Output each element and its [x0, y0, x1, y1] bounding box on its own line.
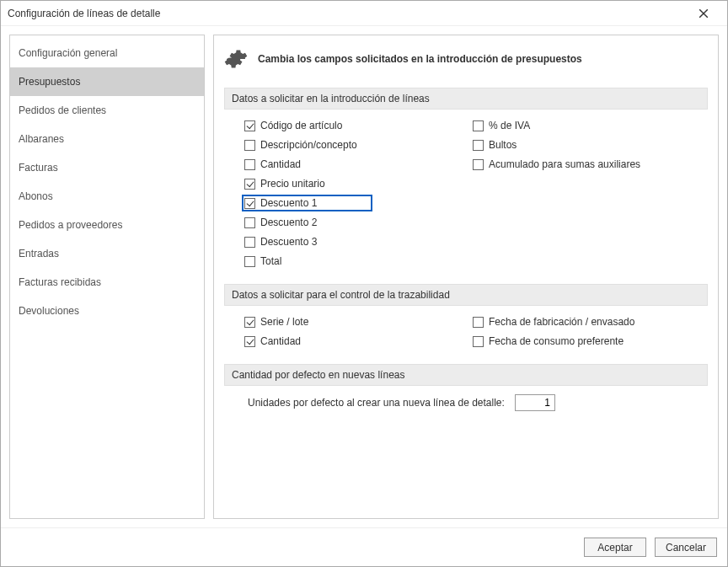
- checkbox-row: Descuento 3: [244, 234, 473, 249]
- sidebar-item[interactable]: Presupuestos: [10, 67, 204, 96]
- checkbox-row: Código de artículo: [244, 118, 473, 133]
- checkbox[interactable]: [244, 237, 255, 248]
- checkbox-label: Cantidad: [260, 158, 301, 170]
- checkbox[interactable]: [473, 336, 484, 347]
- checkbox-label: Precio unitario: [260, 178, 325, 190]
- checkbox-row: % de IVA: [473, 118, 701, 133]
- checkbox-row: Serie / lote: [244, 314, 473, 329]
- section1-header: Datos a solicitar en la introducción de …: [224, 88, 708, 110]
- checkbox-label: Fecha de consumo preferente: [489, 335, 624, 347]
- checkbox-label: Acumulado para sumas auxiliares: [489, 158, 640, 170]
- sidebar-item[interactable]: Pedidos de clientes: [10, 96, 204, 125]
- checkbox-row: Descripción/concepto: [244, 137, 473, 152]
- checkbox-label: Descuento 2: [260, 217, 317, 228]
- sidebar-item[interactable]: Facturas recibidas: [10, 268, 204, 297]
- checkbox-label: Fecha de fabricación / envasado: [489, 316, 634, 328]
- checkbox[interactable]: [244, 317, 255, 328]
- titlebar: Configuración de líneas de detalle: [1, 1, 727, 26]
- checkbox-label: Descuento 3: [260, 236, 317, 248]
- checkbox-row: Total: [244, 254, 473, 269]
- main-header: Cambia los campos solicitados en la intr…: [224, 47, 708, 83]
- checkbox-label: Descuento 1: [260, 197, 317, 209]
- sidebar-item[interactable]: Configuración general: [10, 39, 204, 67]
- close-icon: [699, 8, 709, 19]
- checkbox-label: % de IVA: [489, 120, 530, 131]
- checkbox[interactable]: [244, 179, 255, 190]
- checkbox-label: Cantidad: [260, 335, 301, 347]
- sidebar-item[interactable]: Albaranes: [10, 125, 204, 153]
- default-units-input[interactable]: [515, 394, 555, 411]
- checkbox-row: Cantidad: [244, 334, 473, 349]
- checkbox[interactable]: [244, 256, 255, 267]
- section2-header: Datos a solicitar para el control de la …: [224, 284, 708, 306]
- checkbox-row: Fecha de consumo preferente: [473, 334, 701, 349]
- body: Configuración generalPresupuestosPedidos…: [1, 26, 727, 527]
- footer: Aceptar Cancelar: [1, 527, 727, 566]
- checkbox[interactable]: [244, 217, 255, 228]
- sidebar-item[interactable]: Abonos: [10, 182, 204, 211]
- checkbox[interactable]: [473, 120, 484, 131]
- sidebar-item[interactable]: Facturas: [10, 153, 204, 182]
- accept-button[interactable]: Aceptar: [584, 538, 646, 557]
- checkbox[interactable]: [244, 336, 255, 347]
- cancel-button[interactable]: Cancelar: [655, 538, 717, 557]
- checkbox-label: Total: [260, 255, 281, 267]
- checkbox-label: Descripción/concepto: [260, 139, 357, 151]
- main-header-text: Cambia los campos solicitados en la intr…: [258, 53, 582, 65]
- checkbox-row: Descuento 2: [244, 215, 473, 230]
- checkbox[interactable]: [244, 198, 255, 209]
- checkbox-label: Código de artículo: [260, 120, 342, 131]
- sidebar-item[interactable]: Pedidos a proveedores: [10, 211, 204, 239]
- main-panel: Cambia los campos solicitados en la intr…: [213, 35, 719, 519]
- checkbox[interactable]: [244, 140, 255, 151]
- checkbox[interactable]: [473, 159, 484, 170]
- checkbox-label: Bultos: [489, 139, 517, 151]
- checkbox[interactable]: [244, 120, 255, 131]
- window: Configuración de líneas de detalle Confi…: [0, 0, 728, 567]
- checkbox-row: Cantidad: [244, 157, 473, 172]
- gear-icon: [224, 47, 248, 71]
- section1-body: Código de artículoDescripción/conceptoCa…: [224, 110, 708, 279]
- checkbox-label: Serie / lote: [260, 316, 308, 328]
- sidebar: Configuración generalPresupuestosPedidos…: [9, 35, 205, 519]
- checkbox[interactable]: [244, 159, 255, 170]
- section2-body: Serie / loteCantidad Fecha de fabricació…: [224, 306, 708, 359]
- section3-header: Cantidad por defecto en nuevas líneas: [224, 364, 708, 386]
- checkbox[interactable]: [473, 317, 484, 328]
- close-button[interactable]: [687, 1, 720, 26]
- checkbox-row: Bultos: [473, 137, 701, 152]
- checkbox[interactable]: [473, 140, 484, 151]
- default-units-label: Unidades por defecto al crear una nueva …: [248, 397, 505, 409]
- checkbox-row: Descuento 1: [244, 195, 473, 211]
- checkbox-row: Precio unitario: [244, 176, 473, 191]
- checkbox-row: Fecha de fabricación / envasado: [473, 314, 701, 329]
- sidebar-item[interactable]: Devoluciones: [10, 297, 204, 325]
- checkbox-row: Acumulado para sumas auxiliares: [473, 157, 701, 172]
- window-title: Configuración de líneas de detalle: [8, 8, 687, 19]
- sidebar-item[interactable]: Entradas: [10, 239, 204, 268]
- section3-body: Unidades por defecto al crear una nueva …: [224, 386, 708, 421]
